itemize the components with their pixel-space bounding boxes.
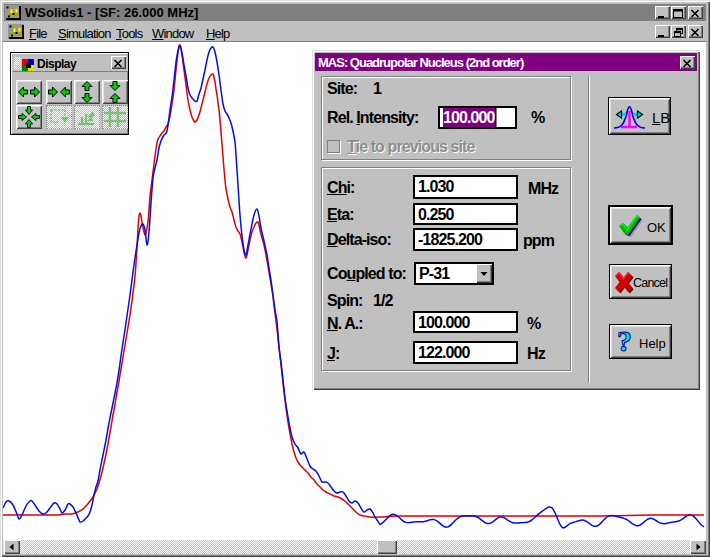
- svg-text:?: ?: [617, 327, 632, 357]
